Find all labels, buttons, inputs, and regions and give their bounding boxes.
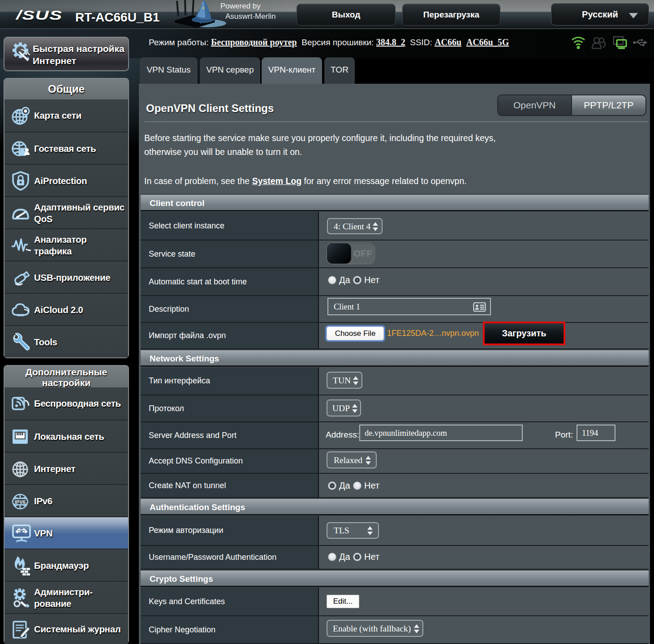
svg-text:IPV6: IPV6 — [15, 499, 26, 505]
